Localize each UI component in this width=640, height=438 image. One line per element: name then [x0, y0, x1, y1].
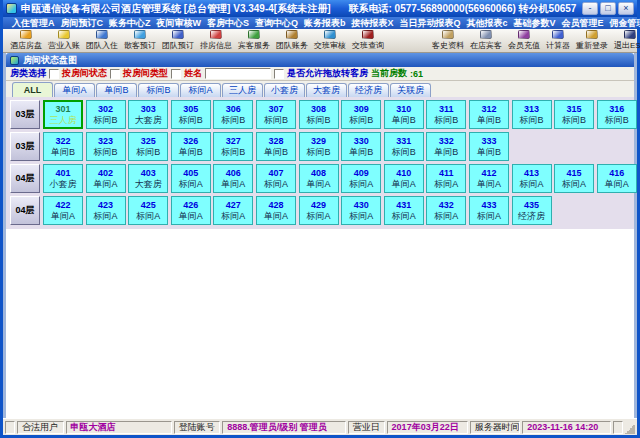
shift-query-button[interactable]: 交班查询	[349, 29, 387, 52]
room-cell-331[interactable]: 331标间B	[384, 132, 424, 161]
menu-item-6[interactable]: 账务报表b	[301, 17, 349, 30]
room-cell-428[interactable]: 428单间A	[256, 196, 296, 225]
room-cell-416[interactable]: 416单间A	[597, 164, 637, 193]
shift-audit-button[interactable]: 交班审核	[311, 29, 349, 52]
menu-item-9[interactable]: 其他报表c	[464, 17, 511, 30]
tab-三人房[interactable]: 三人房	[222, 83, 263, 97]
tab-经济房[interactable]: 经济房	[348, 83, 389, 97]
room-cell-423[interactable]: 423标间A	[86, 196, 126, 225]
room-cell-330[interactable]: 330单间B	[341, 132, 381, 161]
room-cell-307[interactable]: 307标间B	[256, 100, 296, 129]
tab-关联房[interactable]: 关联房	[390, 83, 431, 97]
room-cell-422[interactable]: 422单间A	[43, 196, 83, 225]
tab-小套房[interactable]: 小套房	[264, 83, 305, 97]
menu-item-3[interactable]: 夜间审核W	[154, 17, 205, 30]
room-cell-430[interactable]: 430标间A	[341, 196, 381, 225]
room-cell-412[interactable]: 412单间A	[469, 164, 509, 193]
close-button[interactable]: ×	[618, 2, 634, 15]
room-cell-326[interactable]: 326单间B	[171, 132, 211, 161]
tab-标间B[interactable]: 标间B	[138, 83, 179, 97]
menu-item-8[interactable]: 当日异动报表Q	[397, 17, 464, 30]
group-billing-button[interactable]: 团队账务	[273, 29, 311, 52]
room-cell-413[interactable]: 413标间A	[512, 164, 552, 193]
group-checkin-button[interactable]: 团队入住	[83, 29, 121, 52]
room-cell-408[interactable]: 408单间A	[299, 164, 339, 193]
room-cell-325[interactable]: 325标间B	[128, 132, 168, 161]
room-cell-435[interactable]: 435经济房	[512, 196, 552, 225]
by-type-checkbox[interactable]	[110, 69, 120, 79]
room-cell-303[interactable]: 303大套房	[128, 100, 168, 129]
room-number: 331	[396, 136, 411, 147]
exit-button[interactable]: 退出ESC	[611, 29, 640, 52]
room-cell-406[interactable]: 406单间A	[213, 164, 253, 193]
name-input[interactable]	[205, 68, 271, 79]
room-cell-407[interactable]: 407标间A	[256, 164, 296, 193]
room-cell-315[interactable]: 315标间B	[554, 100, 594, 129]
room-cell-411[interactable]: 411标间A	[426, 164, 466, 193]
room-cell-302[interactable]: 302标间B	[86, 100, 126, 129]
guest-history-button[interactable]: 客史资料	[429, 29, 467, 52]
member-recharge-button[interactable]: 会员充值	[505, 29, 543, 52]
room-cell-323[interactable]: 323标间B	[86, 132, 126, 161]
room-cell-427[interactable]: 427标间A	[213, 196, 253, 225]
room-cell-431[interactable]: 431标间A	[384, 196, 424, 225]
room-cell-312[interactable]: 312单间B	[469, 100, 509, 129]
room-cell-402[interactable]: 402单间A	[86, 164, 126, 193]
maximize-button[interactable]: □	[600, 2, 616, 15]
group-booking-button[interactable]: 团队预订	[159, 29, 197, 52]
room-cell-322[interactable]: 322单间B	[43, 132, 83, 161]
room-cell-433[interactable]: 433标间A	[469, 196, 509, 225]
menu-item-1[interactable]: 房间预订C	[58, 17, 107, 30]
room-cell-306[interactable]: 306标间B	[213, 100, 253, 129]
filter-row: 房类选择 按房间状态 按房间类型 姓名 是否允许拖放转客房 当前房数 :61	[6, 67, 634, 81]
menu-item-4[interactable]: 客房中心S	[204, 17, 252, 30]
tab-大套房[interactable]: 大套房	[306, 83, 347, 97]
tab-标间A[interactable]: 标间A	[180, 83, 221, 97]
inhouse-guests-button[interactable]: 在店宾客	[467, 29, 505, 52]
room-cell-316[interactable]: 316标间B	[597, 100, 637, 129]
by-status-checkbox[interactable]	[49, 69, 59, 79]
menu-item-12[interactable]: 佣金管理Y	[607, 17, 640, 30]
room-cell-405[interactable]: 405标间A	[171, 164, 211, 193]
room-cell-333[interactable]: 333单间B	[469, 132, 509, 161]
room-cell-426[interactable]: 426单间A	[171, 196, 211, 225]
room-cell-309[interactable]: 309标间B	[341, 100, 381, 129]
relogin-button[interactable]: 重新登录	[573, 29, 611, 52]
room-cell-410[interactable]: 410单间A	[384, 164, 424, 193]
room-cell-401[interactable]: 401小套房	[43, 164, 83, 193]
calculator-button[interactable]: 计算器	[543, 29, 573, 52]
room-cell-409[interactable]: 409标间A	[341, 164, 381, 193]
menu-item-5[interactable]: 查询中心Q	[252, 17, 301, 30]
room-cell-310[interactable]: 310单间B	[384, 100, 424, 129]
menu-item-0[interactable]: 入住管理A	[9, 17, 58, 30]
room-cell-425[interactable]: 425标间A	[128, 196, 168, 225]
menu-item-11[interactable]: 会员管理E	[559, 17, 607, 30]
tab-ALL[interactable]: ALL	[12, 82, 53, 97]
menu-item-7[interactable]: 接待报表X	[349, 17, 397, 30]
room-cell-327[interactable]: 327标间B	[213, 132, 253, 161]
room-cell-301[interactable]: 301三人房	[43, 100, 83, 129]
hotel-room-map-button[interactable]: 酒店房盘	[7, 29, 45, 52]
individual-booking-button[interactable]: 散客预订	[121, 29, 159, 52]
tab-单间A[interactable]: 单间A	[54, 83, 95, 97]
allow-drag-checkbox[interactable]	[274, 69, 284, 79]
cash-in-button[interactable]: 营业入账	[45, 29, 83, 52]
menu-item-2[interactable]: 账务中心Z	[106, 17, 154, 30]
room-cell-313[interactable]: 313标间B	[512, 100, 552, 129]
room-cell-308[interactable]: 308标间B	[299, 100, 339, 129]
menu-item-10[interactable]: 基础参数V	[511, 17, 559, 30]
room-cell-329[interactable]: 329标间B	[299, 132, 339, 161]
room-cell-311[interactable]: 311标间B	[426, 100, 466, 129]
guest-service-button[interactable]: 宾客服务	[235, 29, 273, 52]
room-cell-429[interactable]: 429标间A	[299, 196, 339, 225]
room-cell-328[interactable]: 328单间B	[256, 132, 296, 161]
room-cell-403[interactable]: 403大套房	[128, 164, 168, 193]
tab-单间B[interactable]: 单间B	[96, 83, 137, 97]
room-assignment-button[interactable]: 排房信息	[197, 29, 235, 52]
room-cell-305[interactable]: 305标间B	[171, 100, 211, 129]
room-cell-332[interactable]: 332单间B	[426, 132, 466, 161]
room-cell-415[interactable]: 415标间A	[554, 164, 594, 193]
by-name-checkbox[interactable]	[171, 69, 181, 79]
room-cell-432[interactable]: 432标间A	[426, 196, 466, 225]
minimize-button[interactable]: -	[582, 2, 598, 15]
